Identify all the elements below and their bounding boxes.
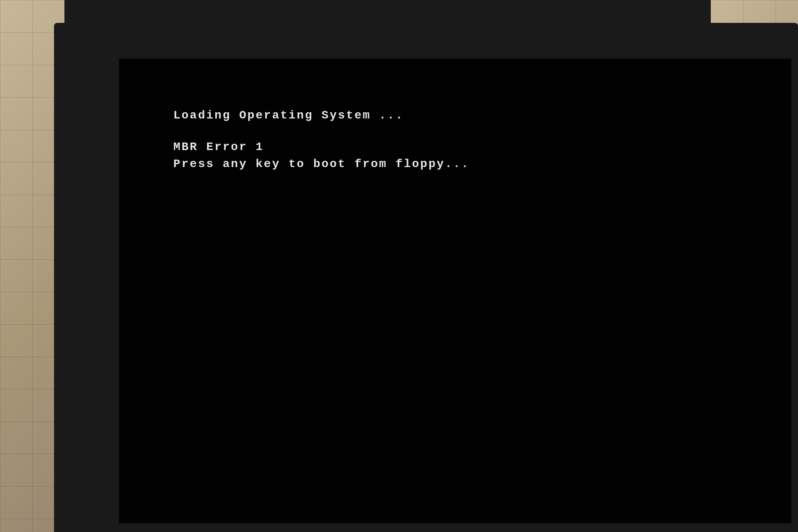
photo-frame: Loading Operating System ... MBR Error 1… [0, 0, 798, 532]
monitor-bezel: Loading Operating System ... MBR Error 1… [54, 23, 798, 532]
screen-content: Loading Operating System ... MBR Error 1… [119, 59, 791, 523]
press-any-key-text: Press any key to boot from floppy... [173, 158, 791, 170]
monitor-screen: Loading Operating System ... MBR Error 1… [118, 58, 792, 524]
mbr-error-text: MBR Error 1 [173, 140, 791, 153]
loading-text: Loading Operating System ... [173, 109, 791, 122]
